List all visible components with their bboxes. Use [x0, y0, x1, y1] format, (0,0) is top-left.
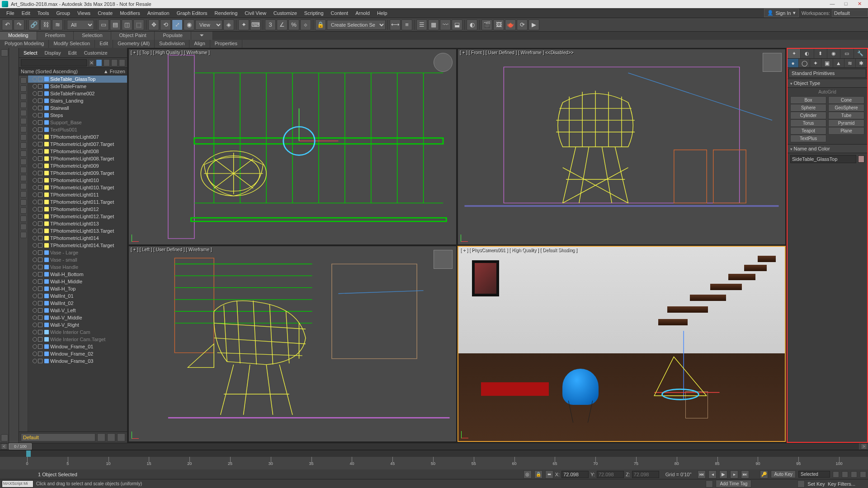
- curve-editor-button[interactable]: 〰: [440, 19, 451, 30]
- scene-type-filter-16[interactable]: [20, 207, 27, 214]
- isolate-button[interactable]: ◎: [524, 470, 532, 479]
- freeze-icon[interactable]: [38, 185, 42, 190]
- scene-item[interactable]: Wall-V_Left: [28, 307, 127, 314]
- time-config-icon[interactable]: [706, 480, 713, 488]
- scene-type-filter-3[interactable]: [20, 102, 27, 108]
- scene-type-filter-11[interactable]: [20, 167, 27, 173]
- menu-help[interactable]: Help: [373, 9, 391, 17]
- visibility-icon[interactable]: [33, 185, 37, 190]
- viewport-camera-label[interactable]: [ + ] [ PhysCamera001 ] [ High Quality ]…: [460, 248, 577, 253]
- scene-item[interactable]: Wide Interior Cam: [28, 328, 127, 336]
- select-region-button[interactable]: ◫: [122, 19, 132, 30]
- utilities-tab[interactable]: 🔧: [854, 49, 867, 58]
- visibility-icon[interactable]: [33, 156, 37, 161]
- shapes-subtab[interactable]: ◯: [799, 59, 810, 67]
- ribbon-tab-selection[interactable]: Selection: [74, 32, 111, 40]
- scene-item[interactable]: TPhotometricLight012.Target: [28, 213, 127, 220]
- scene-item[interactable]: Steps: [28, 112, 127, 119]
- menu-modifiers[interactable]: Modifiers: [116, 9, 144, 17]
- scene-item[interactable]: TPhotometricLight008.Target: [28, 155, 127, 162]
- next-frame-button[interactable]: ▸: [730, 470, 738, 479]
- autokey-button[interactable]: Auto Key: [771, 470, 796, 478]
- freeze-icon[interactable]: [38, 301, 42, 305]
- scene-col-name[interactable]: Name (Sorted Ascending): [21, 69, 104, 74]
- menu-tools[interactable]: Tools: [34, 9, 53, 17]
- freeze-icon[interactable]: [38, 77, 42, 81]
- window-crossing-button[interactable]: ⬚: [133, 19, 144, 30]
- scene-type-filter-4[interactable]: [20, 110, 27, 116]
- time-slider-thumb[interactable]: 0 / 100: [9, 443, 32, 450]
- freeze-icon[interactable]: [38, 84, 42, 89]
- visibility-icon[interactable]: [33, 214, 37, 219]
- menu-animation[interactable]: Animation: [144, 9, 173, 17]
- layer-toggle-3[interactable]: [117, 433, 125, 441]
- schematic-view-button[interactable]: ⬓: [452, 19, 462, 30]
- coord-x[interactable]: 72.098: [561, 471, 589, 478]
- scene-item[interactable]: WallInt_02: [28, 300, 127, 307]
- freeze-icon[interactable]: [38, 243, 42, 248]
- visibility-icon[interactable]: [33, 120, 37, 125]
- minimize-button[interactable]: —: [826, 0, 839, 8]
- scene-type-filter-15[interactable]: [20, 199, 27, 206]
- freeze-icon[interactable]: [38, 106, 42, 110]
- ribbon-sub-geometry-all-[interactable]: Geometry (All): [113, 40, 155, 48]
- trackbar-handle[interactable]: [26, 450, 31, 457]
- freeze-icon[interactable]: [38, 200, 42, 204]
- scene-item[interactable]: TPhotometricLight010: [28, 177, 127, 184]
- visibility-icon[interactable]: [33, 243, 37, 248]
- ribbon-sub-properties[interactable]: Properties: [210, 40, 242, 48]
- viewcube-top[interactable]: [434, 53, 453, 72]
- viewport-top-label[interactable]: [ + ] [ Top ] [ High Quality ] [ Wirefra…: [131, 50, 210, 55]
- scene-item[interactable]: TPhotometricLight007: [28, 133, 127, 141]
- viewport-left[interactable]: [ + ] [ Left ] [ User Defined ] [ Wirefr…: [128, 246, 457, 442]
- geometry-subtab[interactable]: ●: [788, 59, 799, 67]
- visibility-icon[interactable]: [33, 171, 37, 175]
- freeze-icon[interactable]: [38, 323, 42, 327]
- rotate-button[interactable]: ⟲: [160, 19, 171, 30]
- scene-item[interactable]: TPhotometricLight009.Target: [28, 169, 127, 177]
- viewcube-front[interactable]: [763, 53, 782, 72]
- scene-item[interactable]: Stairs_Landing: [28, 97, 127, 104]
- autogrid-checkbox[interactable]: AutoGrid: [790, 89, 864, 94]
- viewport-top[interactable]: [ + ] [ Top ] [ High Quality ] [ Wirefra…: [128, 49, 457, 245]
- scene-item[interactable]: Wall-H_Middle: [28, 278, 127, 285]
- menu-content[interactable]: Content: [327, 9, 352, 17]
- visibility-icon[interactable]: [33, 344, 37, 349]
- primitive-cylinder[interactable]: Cylinder: [790, 112, 826, 119]
- menu-views[interactable]: Views: [74, 9, 94, 17]
- scene-expand-button[interactable]: [119, 59, 125, 66]
- primitive-teapot[interactable]: Teapot: [790, 127, 826, 135]
- menu-file[interactable]: File: [3, 9, 18, 17]
- scene-item[interactable]: TPhotometricLight014: [28, 235, 127, 242]
- systems-subtab[interactable]: ✱: [856, 59, 867, 67]
- freeze-icon[interactable]: [38, 265, 42, 269]
- visibility-icon[interactable]: [33, 207, 37, 211]
- active-layer[interactable]: Default: [21, 433, 95, 441]
- cameras-subtab[interactable]: ▣: [821, 59, 833, 67]
- bind-button[interactable]: ≋: [52, 19, 63, 30]
- primitive-box[interactable]: Box: [790, 96, 826, 104]
- scene-item[interactable]: TPhotometricLight013.Target: [28, 227, 127, 235]
- ribbon-sub-align[interactable]: Align: [189, 40, 210, 48]
- name-color-rollout[interactable]: Name and Color: [788, 144, 867, 153]
- viewcube-left[interactable]: [434, 250, 453, 269]
- viewport-camera[interactable]: [ + ] [ PhysCamera001 ] [ High Quality ]…: [458, 246, 786, 442]
- object-name-input[interactable]: [790, 155, 856, 163]
- spacewarps-subtab[interactable]: ≋: [844, 59, 856, 67]
- primitive-plane[interactable]: Plane: [828, 127, 864, 135]
- setkey-button[interactable]: Set Key: [807, 481, 825, 487]
- freeze-icon[interactable]: [38, 250, 42, 255]
- scene-item[interactable]: Vase - small: [28, 256, 127, 263]
- visibility-icon[interactable]: [33, 135, 37, 139]
- viewport-front-label[interactable]: [ + ] [ Front ] [ User Defined ] [ Wiref…: [460, 50, 574, 55]
- scene-item[interactable]: TPhotometricLight007.Target: [28, 141, 127, 148]
- visibility-icon[interactable]: [33, 178, 37, 183]
- visibility-icon[interactable]: [33, 294, 37, 298]
- scene-item[interactable]: SideTableFrame002: [28, 90, 127, 97]
- freeze-icon[interactable]: [38, 294, 42, 298]
- scene-type-filter-14[interactable]: [20, 191, 27, 197]
- scene-item[interactable]: Stairwall: [28, 104, 127, 112]
- scene-tab-customize[interactable]: Customize: [82, 49, 109, 56]
- key-filters-button[interactable]: Key Filters...: [828, 481, 855, 487]
- freeze-icon[interactable]: [38, 337, 42, 342]
